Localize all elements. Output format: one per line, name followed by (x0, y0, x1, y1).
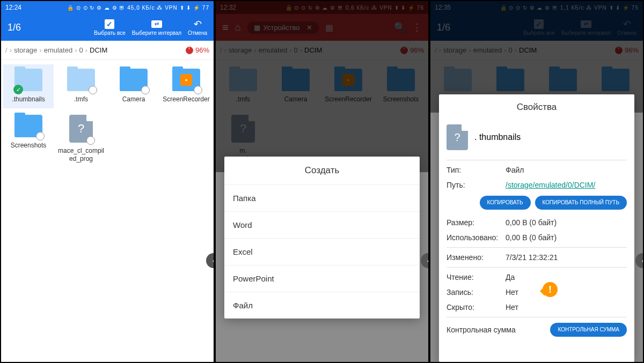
storage-percent: 96% (186, 46, 209, 54)
folder-icon (14, 115, 42, 137)
select-interval-button[interactable]: ⇄ Выберите интервал (132, 19, 181, 36)
selection-count: 1/6 (8, 22, 21, 33)
folder-camera[interactable]: Camera (108, 64, 159, 108)
path-link[interactable]: /storage/emulated/0/DCIM/ (506, 181, 627, 189)
prop-modified: Изменено:7/3/21 12:32:21 (439, 250, 634, 265)
pie-icon (186, 47, 193, 54)
folder-icon (67, 69, 95, 91)
folder-icon: ▪ (172, 69, 200, 91)
folder-tmfs[interactable]: .tmfs (56, 64, 106, 108)
create-excel-item[interactable]: Excel (224, 238, 420, 265)
side-handle-icon[interactable]: ‹ (206, 253, 215, 268)
folder-screenshots[interactable]: Screenshots (3, 110, 54, 168)
copy-full-path-button[interactable]: КОПИРОВАТЬ ПОЛНЫЙ ПУТЬ (535, 196, 627, 210)
prop-write: Запись:Нет ! (439, 285, 634, 300)
file-icon: ? (69, 115, 93, 143)
folder-icon: ✓ (14, 69, 42, 91)
checksum-button[interactable]: КОНТРОЛЬНАЯ СУММА (550, 323, 627, 337)
file-icon: ? (447, 124, 468, 150)
recorder-icon: ▪ (180, 74, 192, 86)
undo-icon: ↶ (194, 18, 202, 30)
cancel-button[interactable]: ↶ Отмена (188, 19, 207, 36)
check-icon: ✓ (105, 19, 114, 29)
prop-path: Путь:/storage/emulated/0/DCIM/ (439, 177, 634, 192)
create-powerpoint-item[interactable]: PowerPoint (224, 265, 420, 292)
create-file-item[interactable]: Файл (224, 292, 420, 318)
status-icons: 🔒 ⊙ ⊙ ↻ ⚙ ☁ ⚙ ⛨ 45,0 КБ/с ⁂ VPN ⬆ ⬇ ⚡ 77 (67, 5, 209, 11)
file-name: . thumbnails (474, 132, 521, 142)
file-header: ? . thumbnails (439, 120, 634, 158)
prop-read: Чтение:Да (439, 270, 634, 285)
prop-used: Использовано:0,00 B (0 байт) (439, 230, 634, 245)
selected-check-icon: ✓ (13, 85, 23, 94)
prop-hidden: Скрыто:Нет (439, 300, 634, 315)
create-word-item[interactable]: Word (224, 211, 420, 238)
dialog-title: Создать (224, 157, 420, 184)
create-dialog: Создать Папка Word Excel PowerPoint Файл (224, 157, 420, 318)
selection-toolbar: 1/6 ✓ Выбрать все ⇄ Выберите интервал ↶ … (1, 14, 214, 41)
folder-screenrecorder[interactable]: ▪ ScreenRecorder (161, 64, 211, 108)
folder-icon (120, 69, 148, 91)
file-mace[interactable]: ? mace_cl_compiled_prog (56, 110, 106, 168)
prop-checksum: Контрольная сумма КОНТРОЛЬНАЯ СУММА (439, 320, 634, 340)
prop-type: Тип:Файл (439, 162, 634, 177)
swap-icon: ⇄ (151, 20, 162, 28)
file-grid: ✓ .thumbnails .tmfs Camera ▪ ScreenRecor… (1, 60, 214, 172)
status-time: 12:24 (5, 4, 21, 11)
prop-size: Размер:0,00 B (0 байт) (439, 215, 634, 230)
dialog-title: Свойства (439, 94, 634, 120)
copy-button[interactable]: КОПИРОВАТЬ (480, 196, 531, 210)
attention-callout-icon: ! (541, 280, 559, 299)
breadcrumb[interactable]: /› storage› emulated› 0› DCIM 96% (1, 41, 214, 60)
select-all-button[interactable]: ✓ Выбрать все (94, 19, 126, 36)
properties-dialog: Свойства ? . thumbnails Тип:Файл Путь:/s… (439, 94, 634, 362)
folder-thumbnails[interactable]: ✓ .thumbnails (3, 64, 54, 108)
create-folder-item[interactable]: Папка (224, 184, 420, 211)
status-bar: 12:24 🔒 ⊙ ⊙ ↻ ⚙ ☁ ⚙ ⛨ 45,0 КБ/с ⁂ VPN ⬆ … (1, 1, 214, 14)
